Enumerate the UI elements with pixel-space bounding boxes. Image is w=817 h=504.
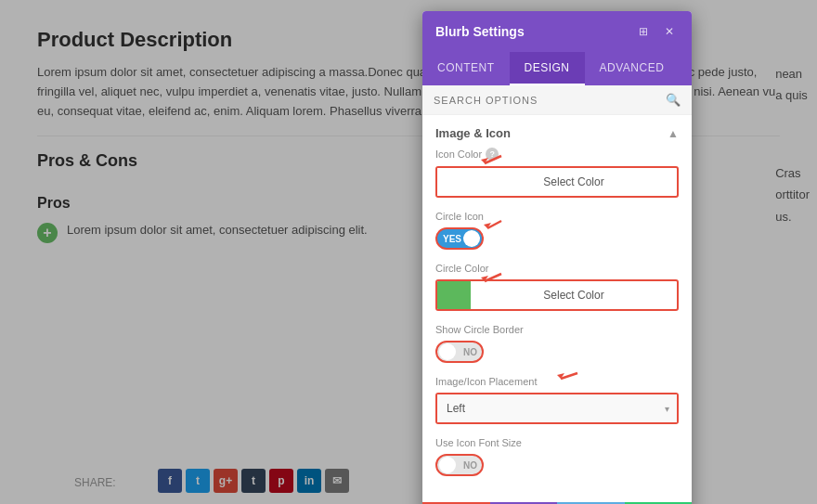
- toggle-knob-border: [439, 343, 456, 360]
- panel-title: Blurb Settings: [435, 24, 525, 39]
- circle-color-swatch: [437, 281, 471, 309]
- image-icon-section-header[interactable]: Image & Icon ▲: [435, 115, 679, 148]
- modal-overlay: [0, 0, 817, 504]
- blurb-settings-panel: Blurb Settings ⊞ ✕ Content Design Advanc…: [422, 11, 692, 504]
- circle-color-button[interactable]: Select Color: [435, 279, 679, 311]
- panel-tabs: Content Design Advanced: [422, 52, 692, 85]
- placement-select[interactable]: Left Right Top Bottom: [437, 394, 677, 422]
- section-title: Image & Icon: [435, 126, 511, 140]
- toggle-knob-font: [439, 457, 456, 473]
- icon-color-swatch: [437, 168, 471, 196]
- circle-icon-toggle[interactable]: YES: [435, 227, 484, 250]
- toggle-knob: [463, 230, 480, 247]
- panel-body: Image & Icon ▲ Icon Color ? Select Color…: [422, 115, 692, 502]
- panel-close-icon[interactable]: ✕: [660, 22, 679, 41]
- icon-color-help[interactable]: ?: [486, 148, 499, 161]
- circle-icon-field: Circle Icon YES: [435, 211, 679, 250]
- toggle-no-font-label: NO: [463, 460, 477, 471]
- icon-color-field: Icon Color ? Select Color: [435, 148, 679, 198]
- search-icon: 🔍: [666, 93, 681, 107]
- show-circle-border-field: Show Circle Border NO: [435, 324, 679, 363]
- use-icon-font-size-label: Use Icon Font Size: [435, 437, 679, 448]
- section-collapse-icon: ▲: [668, 127, 679, 140]
- circle-icon-label: Circle Icon: [435, 211, 679, 222]
- tab-content[interactable]: Content: [422, 52, 510, 85]
- circle-color-field: Circle Color Select Color: [435, 263, 679, 311]
- placement-select-wrapper: Left Right Top Bottom ▾: [435, 393, 679, 424]
- panel-header: Blurb Settings ⊞ ✕: [422, 11, 692, 52]
- search-input[interactable]: [434, 95, 660, 106]
- icon-color-btn-label: Select Color: [471, 175, 677, 188]
- use-icon-font-size-field: Use Icon Font Size NO: [435, 437, 679, 476]
- circle-color-label: Circle Color: [435, 263, 679, 274]
- show-circle-border-label: Show Circle Border: [435, 324, 679, 335]
- circle-color-btn-label: Select Color: [471, 289, 677, 302]
- toggle-no-label: NO: [463, 347, 477, 357]
- panel-expand-icon[interactable]: ⊞: [634, 22, 653, 41]
- show-circle-border-toggle[interactable]: NO: [435, 341, 484, 363]
- image-icon-placement-field: Image/Icon Placement Left Right Top Bott…: [435, 376, 679, 424]
- toggle-yes-label: YES: [443, 234, 461, 244]
- tab-design[interactable]: Design: [510, 52, 585, 85]
- icon-color-button[interactable]: Select Color: [435, 166, 679, 198]
- tab-advanced[interactable]: Advanced: [585, 52, 680, 85]
- image-icon-placement-label: Image/Icon Placement: [435, 376, 679, 387]
- search-bar: 🔍: [422, 85, 692, 115]
- icon-color-label: Icon Color ?: [435, 148, 679, 161]
- use-icon-font-size-toggle[interactable]: NO: [435, 454, 484, 476]
- panel-header-icons: ⊞ ✕: [634, 22, 679, 41]
